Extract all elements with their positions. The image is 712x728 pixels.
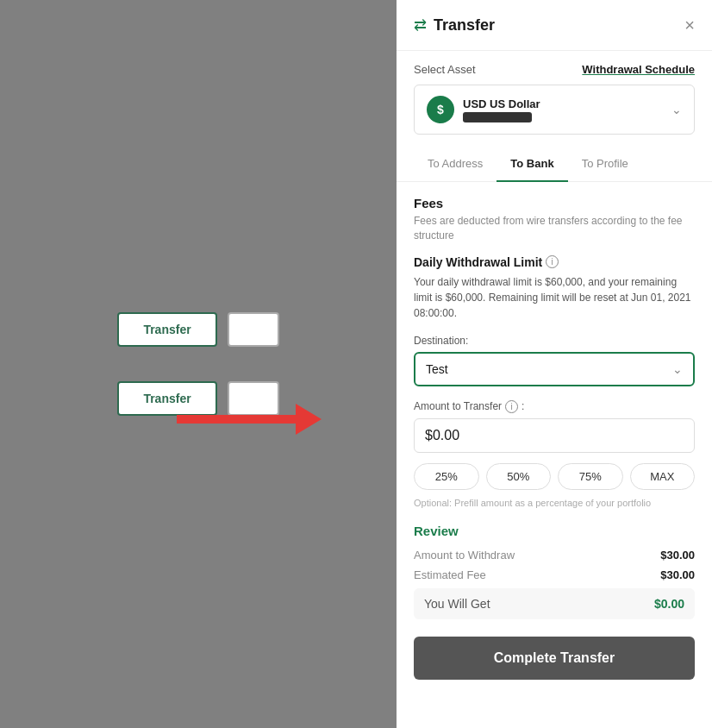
pct-25-button[interactable]: 25% — [414, 463, 479, 490]
transfer-panel: ⇄ Transfer × Select Asset Withdrawal Sch… — [397, 0, 712, 728]
title-group: ⇄ Transfer — [414, 16, 495, 35]
asset-name: USD US Dollar — [463, 97, 540, 110]
action-button-1[interactable] — [228, 312, 279, 347]
estimated-fee-row: Estimated Fee $30.00 — [414, 568, 695, 581]
amount-to-withdraw-label: Amount to Withdraw — [414, 549, 515, 562]
red-arrow — [168, 400, 323, 438]
destination-label: Destination: — [414, 335, 695, 347]
asset-balance-bar — [463, 112, 532, 122]
transfer-icon: ⇄ — [414, 16, 427, 35]
destination-dropdown[interactable]: Test ⌄ — [414, 352, 695, 386]
asset-nav: Select Asset Withdrawal Schedule — [414, 63, 695, 76]
estimated-fee-label: Estimated Fee — [414, 568, 486, 581]
complete-transfer-button[interactable]: Complete Transfer — [414, 637, 695, 680]
close-button[interactable]: × — [684, 16, 695, 34]
amount-label: Amount to Transfer i : — [414, 400, 695, 413]
fees-desc: Fees are deducted from wire transfers ac… — [414, 214, 695, 243]
chevron-down-icon: ⌄ — [671, 103, 682, 116]
you-will-get-value: $0.00 — [654, 597, 684, 611]
you-will-get-label: You Will Get — [424, 597, 490, 611]
transfer-button-1[interactable]: Transfer — [117, 312, 216, 347]
percentage-buttons: 25% 50% 75% MAX — [414, 463, 695, 490]
asset-left: $ USD US Dollar — [427, 96, 540, 123]
svg-marker-1 — [296, 404, 322, 435]
pct-max-button[interactable]: MAX — [630, 463, 696, 490]
panel-header: ⇄ Transfer × — [397, 0, 712, 51]
estimated-fee-value: $30.00 — [660, 568, 695, 581]
amount-label-text: Amount to Transfer — [414, 400, 502, 412]
asset-dropdown[interactable]: $ USD US Dollar ⌄ — [414, 85, 695, 135]
limit-title: Daily Withdrawal Limit i — [414, 255, 695, 269]
panel-title: Transfer — [434, 16, 495, 35]
amount-to-withdraw-value: $30.00 — [660, 549, 695, 562]
you-will-get-row: You Will Get $0.00 — [414, 588, 695, 619]
background-overlay: Transfer Transfer — [0, 0, 397, 728]
asset-icon: $ — [427, 96, 454, 123]
limit-description: Your daily withdrawal limit is $60,000, … — [414, 274, 695, 321]
amount-input[interactable] — [414, 418, 695, 453]
button-row-1: Transfer — [117, 312, 278, 347]
pct-hint: Optional: Prefill amount as a percentage… — [414, 497, 695, 510]
to-bank-tab[interactable]: To Bank — [497, 147, 567, 182]
amount-to-withdraw-row: Amount to Withdraw $30.00 — [414, 549, 695, 562]
pct-75-button[interactable]: 75% — [558, 463, 623, 490]
amount-info-icon[interactable]: i — [505, 400, 518, 413]
to-address-tab[interactable]: To Address — [414, 147, 497, 182]
panel-content: Fees Fees are deducted from wire transfe… — [397, 182, 712, 728]
asset-info: USD US Dollar — [463, 97, 540, 122]
withdrawal-schedule-tab[interactable]: Withdrawal Schedule — [582, 63, 695, 76]
review-title: Review — [414, 524, 695, 538]
pct-50-button[interactable]: 50% — [486, 463, 552, 490]
select-asset-tab[interactable]: Select Asset — [414, 63, 476, 76]
destination-value: Test — [426, 362, 448, 376]
destination-chevron-icon: ⌄ — [672, 362, 683, 376]
asset-section: Select Asset Withdrawal Schedule $ USD U… — [397, 51, 712, 147]
to-profile-tab[interactable]: To Profile — [568, 147, 642, 182]
transfer-type-tabs: To Address To Bank To Profile — [397, 147, 712, 182]
fees-title: Fees — [414, 196, 695, 210]
limit-info-icon[interactable]: i — [546, 255, 559, 268]
limit-title-text: Daily Withdrawal Limit — [414, 255, 542, 269]
